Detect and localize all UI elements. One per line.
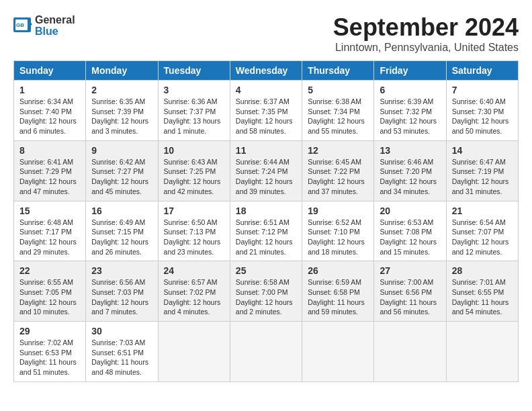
sunset: Sunset: 7:05 PM (19, 288, 72, 296)
day-number: 2 (91, 85, 152, 95)
day-info: Sunrise: 6:51 AM Sunset: 7:12 PM Dayligh… (236, 218, 296, 257)
sunset: Sunset: 6:55 PM (452, 288, 504, 296)
daylight: Daylight: 12 hours and 21 minutes. (236, 238, 293, 256)
day-info: Sunrise: 6:35 AM Sunset: 7:39 PM Dayligh… (91, 97, 152, 136)
calendar-cell: 25 Sunrise: 6:58 AM Sunset: 7:00 PM Dayl… (230, 261, 302, 322)
sunset: Sunset: 7:32 PM (380, 107, 432, 116)
calendar-week-row: 8 Sunrise: 6:41 AM Sunset: 7:29 PM Dayli… (14, 140, 519, 201)
day-info: Sunrise: 6:58 AM Sunset: 7:00 PM Dayligh… (236, 277, 296, 317)
sunset: Sunset: 7:10 PM (308, 228, 360, 236)
daylight: Daylight: 12 hours and 47 minutes. (19, 177, 77, 195)
daylight: Daylight: 12 hours and 34 minutes. (380, 177, 437, 195)
sunset: Sunset: 7:15 PM (91, 228, 144, 236)
calendar-cell (302, 322, 374, 382)
title-block: September 2024 Linntown, Pennsylvania, U… (333, 13, 519, 54)
daylight: Daylight: 12 hours and 42 minutes. (164, 177, 221, 195)
sunrise: Sunrise: 6:54 AM (452, 218, 506, 226)
logo-icon: GB (13, 17, 32, 34)
logo-line2: Blue (35, 25, 75, 38)
location: Linntown, Pennsylvania, United States (333, 42, 519, 54)
svg-text:GB: GB (16, 22, 24, 28)
day-number: 24 (164, 265, 224, 276)
calendar-cell: 30 Sunrise: 7:03 AM Sunset: 6:51 PM Dayl… (86, 322, 158, 382)
day-info: Sunrise: 6:41 AM Sunset: 7:29 PM Dayligh… (19, 157, 80, 197)
calendar-cell: 5 Sunrise: 6:38 AM Sunset: 7:34 PM Dayli… (302, 81, 374, 141)
calendar-table: SundayMondayTuesdayWednesdayThursdayFrid… (13, 60, 519, 382)
day-info: Sunrise: 6:40 AM Sunset: 7:30 PM Dayligh… (452, 97, 513, 136)
daylight: Daylight: 12 hours and 31 minutes. (452, 177, 509, 195)
day-number: 22 (19, 265, 80, 276)
sunrise: Sunrise: 6:38 AM (308, 97, 361, 105)
day-number: 28 (452, 265, 513, 276)
daylight: Daylight: 12 hours and 23 minutes. (164, 238, 221, 256)
sunset: Sunset: 7:34 PM (308, 107, 360, 116)
calendar-cell: 8 Sunrise: 6:41 AM Sunset: 7:29 PM Dayli… (14, 140, 86, 201)
day-number: 16 (91, 205, 152, 216)
day-info: Sunrise: 6:53 AM Sunset: 7:08 PM Dayligh… (380, 218, 440, 257)
daylight: Daylight: 11 hours and 51 minutes. (19, 358, 77, 376)
day-info: Sunrise: 6:57 AM Sunset: 7:02 PM Dayligh… (164, 277, 224, 317)
day-number: 6 (380, 85, 440, 95)
sunrise: Sunrise: 6:42 AM (91, 158, 145, 166)
sunrise: Sunrise: 6:40 AM (452, 97, 506, 105)
sunset: Sunset: 6:53 PM (19, 349, 72, 357)
day-number: 15 (19, 205, 80, 216)
col-header-wednesday: Wednesday (230, 61, 302, 81)
logo: GB General Blue (13, 13, 75, 38)
sunset: Sunset: 6:58 PM (308, 288, 360, 296)
calendar-cell: 20 Sunrise: 6:53 AM Sunset: 7:08 PM Dayl… (374, 201, 446, 261)
daylight: Daylight: 11 hours and 54 minutes. (452, 298, 509, 316)
calendar-cell: 27 Sunrise: 7:00 AM Sunset: 6:56 PM Dayl… (374, 261, 446, 322)
day-info: Sunrise: 6:55 AM Sunset: 7:05 PM Dayligh… (19, 277, 80, 317)
sunset: Sunset: 6:56 PM (380, 288, 432, 296)
sunrise: Sunrise: 6:58 AM (236, 278, 290, 286)
day-number: 8 (19, 145, 80, 156)
sunset: Sunset: 7:29 PM (19, 167, 72, 175)
daylight: Daylight: 12 hours and 2 minutes. (236, 298, 293, 316)
calendar-cell: 26 Sunrise: 6:59 AM Sunset: 6:58 PM Dayl… (302, 261, 374, 322)
day-number: 11 (236, 145, 296, 156)
daylight: Daylight: 11 hours and 48 minutes. (91, 358, 148, 376)
calendar-week-row: 22 Sunrise: 6:55 AM Sunset: 7:05 PM Dayl… (14, 261, 519, 322)
calendar-cell: 4 Sunrise: 6:37 AM Sunset: 7:35 PM Dayli… (230, 81, 302, 141)
day-number: 19 (308, 205, 368, 216)
calendar-cell: 28 Sunrise: 7:01 AM Sunset: 6:55 PM Dayl… (446, 261, 518, 322)
sunrise: Sunrise: 6:37 AM (236, 97, 290, 105)
calendar-cell: 14 Sunrise: 6:47 AM Sunset: 7:19 PM Dayl… (446, 140, 518, 201)
day-info: Sunrise: 6:56 AM Sunset: 7:03 PM Dayligh… (91, 277, 152, 317)
sunrise: Sunrise: 6:50 AM (164, 218, 218, 226)
calendar-cell: 1 Sunrise: 6:34 AM Sunset: 7:40 PM Dayli… (14, 81, 86, 141)
sunrise: Sunrise: 6:49 AM (91, 218, 145, 226)
day-info: Sunrise: 7:03 AM Sunset: 6:51 PM Dayligh… (91, 338, 152, 377)
calendar-header-row: SundayMondayTuesdayWednesdayThursdayFrid… (14, 61, 519, 81)
calendar-cell (446, 322, 518, 382)
calendar-week-row: 1 Sunrise: 6:34 AM Sunset: 7:40 PM Dayli… (14, 81, 519, 141)
day-info: Sunrise: 6:50 AM Sunset: 7:13 PM Dayligh… (164, 218, 224, 257)
calendar-cell: 24 Sunrise: 6:57 AM Sunset: 7:02 PM Dayl… (158, 261, 230, 322)
calendar-cell: 2 Sunrise: 6:35 AM Sunset: 7:39 PM Dayli… (86, 81, 158, 141)
day-number: 3 (164, 85, 224, 95)
sunrise: Sunrise: 6:55 AM (19, 278, 73, 286)
calendar-cell: 21 Sunrise: 6:54 AM Sunset: 7:07 PM Dayl… (446, 201, 518, 261)
calendar-cell: 18 Sunrise: 6:51 AM Sunset: 7:12 PM Dayl… (230, 201, 302, 261)
sunset: Sunset: 7:40 PM (19, 107, 72, 116)
day-number: 21 (452, 205, 513, 216)
day-number: 10 (164, 145, 224, 156)
daylight: Daylight: 12 hours and 7 minutes. (91, 298, 148, 316)
calendar-cell: 17 Sunrise: 6:50 AM Sunset: 7:13 PM Dayl… (158, 201, 230, 261)
calendar-cell: 29 Sunrise: 7:02 AM Sunset: 6:53 PM Dayl… (14, 322, 86, 382)
sunset: Sunset: 7:35 PM (236, 107, 288, 116)
calendar-cell: 3 Sunrise: 6:36 AM Sunset: 7:37 PM Dayli… (158, 81, 230, 141)
daylight: Daylight: 12 hours and 12 minutes. (452, 238, 509, 256)
sunrise: Sunrise: 7:01 AM (452, 278, 506, 286)
day-number: 13 (380, 145, 440, 156)
sunset: Sunset: 7:24 PM (236, 167, 288, 175)
daylight: Daylight: 11 hours and 56 minutes. (380, 298, 437, 316)
sunrise: Sunrise: 6:45 AM (308, 158, 361, 166)
col-header-thursday: Thursday (302, 61, 374, 81)
sunrise: Sunrise: 7:00 AM (380, 278, 433, 286)
sunset: Sunset: 7:22 PM (308, 167, 360, 175)
sunset: Sunset: 7:13 PM (164, 228, 216, 236)
daylight: Daylight: 12 hours and 50 minutes. (452, 117, 509, 135)
day-info: Sunrise: 6:43 AM Sunset: 7:25 PM Dayligh… (164, 157, 224, 197)
